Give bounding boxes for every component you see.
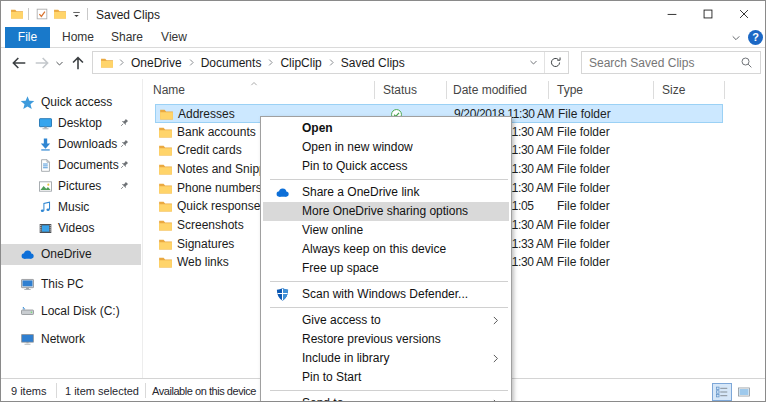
column-header-type[interactable]: Type	[557, 83, 583, 97]
tab-share[interactable]: Share	[105, 27, 149, 48]
menu-item-label[interactable]: Pin to Quick access	[302, 157, 407, 176]
column-header-name[interactable]: Name	[153, 83, 185, 97]
context-menu-item[interactable]: Free up space	[263, 259, 509, 278]
context-menu-item[interactable]: Restore previous versions	[263, 330, 509, 349]
file-type: File folder	[557, 160, 610, 179]
context-menu-item[interactable]: View online	[263, 221, 509, 240]
tab-view[interactable]: View	[153, 27, 195, 48]
file-type: File folder	[557, 253, 610, 272]
column-divider[interactable]	[446, 81, 447, 99]
file-name[interactable]: Addresses	[178, 105, 235, 124]
sidebar-item[interactable]: Network	[1, 329, 141, 350]
file-name[interactable]: Signatures	[177, 235, 234, 254]
sidebar-item[interactable]: Quick access	[1, 92, 141, 113]
sidebar-item[interactable]: Videos	[1, 218, 141, 239]
column-header-status[interactable]: Status	[383, 83, 417, 97]
file-name[interactable]: Quick responses	[177, 197, 266, 216]
breadcrumb-item[interactable]: OneDrive	[114, 56, 184, 70]
menu-item-label[interactable]: Restore previous versions	[302, 330, 441, 349]
context-menu-item[interactable]: Always keep on this device	[263, 240, 509, 259]
menu-item-label[interactable]: Pin to Start	[302, 368, 361, 387]
breadcrumb-label[interactable]: Saved Clips	[339, 56, 407, 70]
sidebar-item[interactable]: Desktop	[1, 113, 141, 134]
menu-item-label[interactable]: Free up space	[302, 259, 379, 278]
breadcrumb-label[interactable]: OneDrive	[129, 56, 184, 70]
menu-item-label[interactable]: View online	[302, 221, 363, 240]
menu-item-label[interactable]: Share a OneDrive link	[302, 183, 419, 202]
menu-item-label[interactable]: Always keep on this device	[302, 240, 446, 259]
file-name[interactable]: Credit cards	[177, 141, 242, 160]
column-header-date-modified[interactable]: Date modified	[453, 83, 527, 97]
up-icon[interactable]	[69, 54, 87, 72]
refresh-icon[interactable]	[549, 56, 562, 69]
column-divider[interactable]	[374, 81, 375, 99]
context-menu-item[interactable]	[263, 176, 509, 183]
properties-check-icon[interactable]	[35, 7, 49, 21]
breadcrumb-item[interactable]: ClipClip	[263, 56, 323, 70]
back-icon[interactable]	[10, 54, 28, 72]
context-menu-item[interactable]: Send to	[263, 394, 509, 402]
context-menu-item[interactable]	[263, 304, 509, 311]
search-icon[interactable]	[740, 56, 753, 69]
breadcrumb-chevron-icon[interactable]	[327, 58, 336, 67]
sidebar-item[interactable]: Pictures	[1, 176, 141, 197]
minimize-button[interactable]	[654, 1, 690, 27]
breadcrumb-label[interactable]: ClipClip	[278, 56, 323, 70]
breadcrumb-chevron-icon[interactable]	[187, 58, 196, 67]
status-divider	[145, 383, 146, 398]
forward-icon[interactable]	[33, 54, 51, 72]
context-menu-item[interactable]: Share a OneDrive link	[263, 183, 509, 202]
file-type: File folder	[557, 141, 610, 160]
context-menu-item[interactable]: Pin to Start	[263, 368, 509, 387]
column-divider[interactable]	[724, 81, 725, 99]
maximize-button[interactable]	[690, 1, 726, 27]
close-button[interactable]	[726, 1, 762, 27]
breadcrumb-chevron-icon[interactable]	[266, 58, 275, 67]
menu-item-label[interactable]: Send to	[302, 394, 343, 402]
sidebar-item[interactable]: This PC	[1, 274, 141, 295]
menu-item-label[interactable]: More OneDrive sharing options	[302, 202, 468, 221]
breadcrumb-item[interactable]: Saved Clips	[324, 56, 407, 70]
context-menu-item[interactable]: More OneDrive sharing options	[263, 202, 509, 221]
menu-item-label[interactable]: Open	[302, 119, 333, 138]
context-menu-item[interactable]	[263, 278, 509, 285]
file-name[interactable]: Phone numbers	[177, 179, 262, 198]
recent-locations-caret-icon[interactable]	[54, 58, 65, 69]
sidebar-item[interactable]: Local Disk (C:)	[1, 301, 141, 322]
menu-item-label[interactable]: Scan with Windows Defender...	[302, 285, 468, 304]
details-view-button[interactable]	[712, 383, 732, 401]
context-menu-item[interactable]: Open in new window	[263, 138, 509, 157]
new-folder-icon[interactable]	[53, 7, 67, 21]
tab-file[interactable]: File	[5, 27, 50, 48]
sidebar-item[interactable]: Documents	[1, 155, 141, 176]
context-menu-item[interactable]: Pin to Quick access	[263, 157, 509, 176]
expand-ribbon-icon[interactable]	[730, 32, 742, 44]
column-header-size[interactable]: Size	[662, 83, 685, 97]
file-name[interactable]: Screenshots	[177, 216, 244, 235]
sidebar-item[interactable]: Music	[1, 197, 141, 218]
customize-qat-caret-icon[interactable]	[70, 8, 83, 21]
address-dropdown-caret-icon[interactable]	[528, 57, 539, 68]
column-divider[interactable]	[548, 81, 549, 99]
breadcrumb-chevron-icon[interactable]	[117, 58, 126, 67]
address-bar[interactable]: OneDrive Documents ClipClip Saved Clips	[92, 51, 569, 74]
menu-item-label[interactable]: Give access to	[302, 311, 381, 330]
breadcrumb-item[interactable]: Documents	[184, 56, 264, 70]
breadcrumb-label[interactable]: Documents	[199, 56, 264, 70]
context-menu-item[interactable]	[263, 387, 509, 394]
tab-home[interactable]: Home	[56, 27, 100, 48]
context-menu-item[interactable]: Scan with Windows Defender...	[263, 285, 509, 304]
context-menu-item[interactable]: Include in library	[263, 349, 509, 368]
help-icon[interactable]: ?	[748, 30, 763, 45]
thumbnails-view-button[interactable]	[734, 383, 754, 401]
context-menu-item[interactable]: Give access to	[263, 311, 509, 330]
search-box[interactable]: Search Saved Clips	[581, 51, 761, 74]
sidebar-item[interactable]: Downloads	[1, 134, 141, 155]
file-name[interactable]: Web links	[177, 253, 229, 272]
sidebar-item[interactable]: OneDrive	[1, 244, 141, 265]
file-name[interactable]: Bank accounts	[177, 123, 256, 142]
menu-item-label[interactable]: Open in new window	[302, 138, 413, 157]
context-menu-item[interactable]: Open	[263, 119, 509, 138]
menu-item-label[interactable]: Include in library	[302, 349, 389, 368]
column-divider[interactable]	[653, 81, 654, 99]
